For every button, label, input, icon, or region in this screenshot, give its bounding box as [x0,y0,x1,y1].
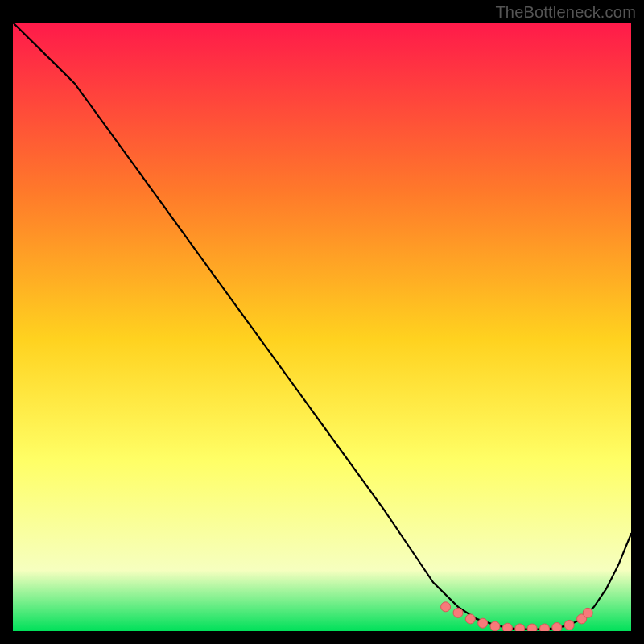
chart-frame: TheBottleneck.com [0,0,644,644]
marker-dot [552,623,562,632]
plot-area [13,23,631,631]
marker-dot [583,608,592,617]
marker-dot [465,614,475,624]
marker-dot [515,624,525,631]
marker-dot [453,608,463,617]
marker-dot [478,618,488,628]
marker-dot [527,624,537,631]
marker-dot [540,624,550,631]
marker-dot [490,621,500,631]
gradient-background [13,23,631,631]
marker-dot [502,623,512,631]
watermark-text: TheBottleneck.com [495,3,636,22]
marker-dot [441,602,451,612]
chart-svg [13,23,631,631]
marker-dot [564,620,574,630]
